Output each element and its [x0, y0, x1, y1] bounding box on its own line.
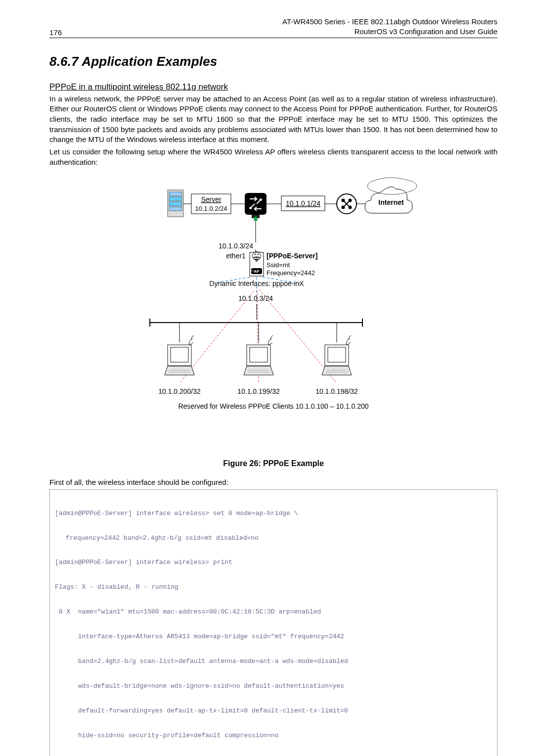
subsection-heading: PPPoE in a multipoint wireless 802.11g n… [49, 82, 497, 92]
server-icon [168, 190, 183, 217]
section-title: 8.6.7 Application Examples [49, 54, 497, 69]
svg-rect-38 [250, 347, 267, 362]
pppoe-server-label: [PPPoE-Server] [267, 252, 317, 260]
code-lead: First of all, the wireless interface sho… [49, 478, 497, 486]
code-l9: default-forwarding=yes default-ap-tx-lim… [55, 707, 492, 715]
code-block: [admin@PPPoE-Server] interface wireless>… [49, 489, 497, 756]
ether1-label: ether1 [226, 252, 246, 260]
svg-text:AP: AP [254, 269, 260, 274]
figure-caption: Figure 26: PPPoE Example [115, 459, 432, 468]
code-l5: 0 X name="wlan1" mtu=1500 mac-address=00… [55, 608, 492, 616]
code-l2: frequency=2442 band=2.4ghz-b/g ssid=mt d… [55, 534, 492, 543]
svg-rect-1 [169, 192, 182, 196]
page-number: 176 [49, 28, 62, 37]
doc-title-line2: RouterOS v3 Configuration and User Guide [282, 27, 497, 37]
server-label: Server [201, 195, 222, 203]
pppoe-figure: Server 10.1.0.2/24 10.1.0.1/24 [115, 174, 432, 456]
code-l8: wds-default-bridge=none wds-ignore-ssid=… [55, 682, 492, 691]
code-l3: [admin@PPPoE-Server] interface wireless>… [55, 559, 492, 567]
connection-icon [337, 194, 356, 214]
router-icon [245, 193, 267, 221]
figure-wrap: Server 10.1.0.2/24 10.1.0.1/24 [115, 174, 432, 468]
internet-label: Internet [378, 198, 404, 206]
client2-ip: 10.1.0.199/32 [237, 387, 280, 395]
laptop-3 [322, 323, 352, 375]
page-header-right: AT-WR4500 Series - IEEE 802.11abgh Outdo… [282, 17, 497, 37]
ssid-label: Ssid=mt [267, 261, 290, 269]
paragraph-1: In a wireless network, the PPPoE server … [49, 94, 497, 145]
svg-point-25 [258, 254, 259, 255]
doc-title-line1: AT-WR4500 Series - IEEE 802.11abgh Outdo… [282, 17, 497, 27]
server-label-box: Server 10.1.0.2/24 [191, 194, 231, 214]
code-l4: Flags: X - disabled, R - running [55, 583, 492, 592]
svg-rect-3 [169, 202, 182, 206]
client3-ip: 10.1.0.198/32 [315, 387, 358, 395]
reserved-label: Reserved for Wireless PPPoE Clients 10.1… [178, 402, 368, 410]
page-header: 176 AT-WR4500 Series - IEEE 802.11abgh O… [49, 17, 497, 37]
client-net-label: 10.1.0.3/24 [238, 294, 273, 302]
svg-rect-34 [171, 347, 188, 362]
svg-marker-35 [165, 366, 194, 375]
paragraph-2: Let us consider the following setup wher… [49, 147, 497, 167]
laptop-1 [165, 323, 194, 375]
internet-cloud-icon: Internet [365, 178, 417, 213]
svg-marker-39 [244, 366, 273, 375]
svg-marker-43 [322, 366, 352, 375]
header-divider [49, 38, 497, 38]
svg-rect-2 [169, 197, 182, 201]
freq-label: Frequency=2442 [267, 269, 315, 277]
svg-rect-42 [328, 347, 346, 362]
ap-icon-box: AP [250, 252, 264, 277]
laptop-2 [244, 323, 273, 375]
svg-rect-8 [245, 193, 267, 215]
client1-ip: 10.1.0.200/32 [158, 387, 201, 395]
code-l10: hide-ssid=no security-profile=default co… [55, 732, 492, 740]
code-l7: band=2.4ghz-b/g scan-list=default antenn… [55, 658, 492, 666]
server-ip: 10.1.0.2/24 [195, 205, 227, 212]
code-l1: [admin@PPPoE-Server] interface wireless>… [55, 510, 492, 518]
mid-ip: 10.1.0.3/24 [219, 242, 253, 250]
code-l6: interface-type=Atheros AR5413 mode=ap-br… [55, 633, 492, 641]
document-page: 176 AT-WR4500 Series - IEEE 802.11abgh O… [0, 0, 534, 756]
svg-point-24 [255, 254, 256, 255]
router-ip: 10.1.0.1/24 [286, 199, 320, 207]
svg-rect-4 [169, 207, 182, 211]
